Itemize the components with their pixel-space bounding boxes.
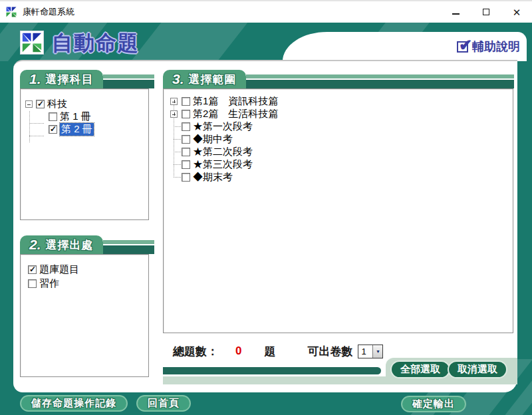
- panel-subject-bar: [103, 70, 154, 88]
- panel-subject-header: 1. 選擇科目: [20, 70, 154, 88]
- panel-source-number: 2.: [29, 237, 41, 253]
- expand-plus-icon[interactable]: [170, 98, 178, 105]
- help-button[interactable]: ✔ 輔助說明: [457, 39, 520, 55]
- maximize-button[interactable]: [471, 1, 501, 23]
- panel-range-tab: 3. 選擇範圍: [163, 70, 246, 88]
- home-label: 回首頁: [148, 397, 180, 410]
- checkbox-exam1[interactable]: [182, 122, 190, 131]
- save-log-label: 儲存命題操作記錄: [31, 397, 116, 410]
- select-all-button[interactable]: 全部選取: [390, 360, 450, 378]
- window-controls: ✕: [440, 1, 532, 23]
- range-item-label[interactable]: 第2篇 生活科技篇: [193, 108, 278, 120]
- deselect-all-label: 取消選取: [458, 363, 497, 376]
- range-row-midterm: ◆期中考: [170, 133, 513, 146]
- panel-range-bar: [246, 70, 514, 88]
- minimize-icon: [452, 13, 460, 15]
- panel-range-header: 3. 選擇範圍: [163, 70, 514, 88]
- range-item-label[interactable]: ★第三次段考: [193, 158, 253, 171]
- maximize-icon: [483, 9, 489, 15]
- tree-row-book1: 第 1 冊: [25, 110, 148, 123]
- panel-source-header: 2. 選擇出處: [20, 235, 154, 254]
- paper-count-label: 可出卷數: [307, 344, 352, 359]
- range-tree: 第1篇 資訊科技篇 第2篇 生活科技篇 ★第一次段考 ◆期中考 ★第二次段考: [163, 88, 513, 333]
- panel-subject-title: 選擇科目: [46, 72, 94, 87]
- chevron-down-icon: ▼: [376, 349, 380, 354]
- header-band: 自動命題 ✔ 輔助說明: [0, 23, 532, 61]
- bottom-divider-bar: [163, 367, 381, 374]
- range-item-label[interactable]: ★第一次段考: [193, 120, 253, 133]
- range-row-chapter1: 第1篇 資訊科技篇: [170, 95, 513, 108]
- panel-range-number: 3.: [172, 71, 184, 87]
- help-checkbox-icon: ✔: [457, 41, 468, 53]
- checkbox-exam2[interactable]: [182, 148, 190, 156]
- source-list: 題庫題目 習作: [20, 254, 149, 377]
- confirm-output-button[interactable]: 確定輸出: [401, 396, 466, 412]
- checkbox-book1[interactable]: [49, 112, 57, 121]
- tree-row-book2: 第 2 冊: [25, 123, 148, 136]
- range-row-chapter2: 第2篇 生活科技篇: [170, 108, 513, 120]
- app-logo: [20, 31, 44, 55]
- expand-minus-icon[interactable]: [25, 100, 33, 108]
- source-row-bank: 題庫題目: [28, 263, 148, 277]
- range-item-label[interactable]: ◆期中考: [193, 133, 233, 146]
- range-row-exam1: ★第一次段考: [170, 120, 513, 133]
- panel-subject-tab: 1. 選擇科目: [20, 70, 103, 88]
- app-logo-icon: [5, 6, 17, 18]
- checkbox-final-exam[interactable]: [182, 173, 190, 182]
- range-item-label[interactable]: ★第二次段考: [193, 146, 253, 158]
- checkbox-chapter1[interactable]: [182, 97, 190, 106]
- paper-count-select[interactable]: 1 ▼: [358, 345, 383, 358]
- close-icon: ✕: [513, 7, 521, 17]
- tree-item-label[interactable]: 第 1 冊: [60, 110, 91, 123]
- minimize-button[interactable]: [440, 1, 471, 23]
- total-questions-label: 總題數：: [173, 344, 218, 359]
- panel-source-bar: [103, 235, 154, 254]
- tree-item-label[interactable]: 科技: [47, 98, 67, 110]
- application-window: 康軒命題系統 ✕ 自動命題 ✔ 輔助說明: [0, 0, 532, 415]
- window-titlebar: 康軒命題系統 ✕: [0, 0, 532, 23]
- total-questions-value: 0: [235, 345, 241, 358]
- confirm-output-label: 確定輸出: [412, 398, 455, 410]
- total-questions-unit: 題: [264, 344, 275, 359]
- page-title: 自動命題: [52, 29, 140, 57]
- expand-plus-icon[interactable]: [170, 110, 178, 118]
- panel-subject-number: 1.: [29, 71, 41, 87]
- checkbox-book2[interactable]: [49, 125, 57, 134]
- subject-tree: 科技 第 1 冊 第 2 冊: [20, 88, 149, 220]
- home-button[interactable]: 回首頁: [136, 395, 191, 412]
- tree-connector: [29, 136, 44, 136]
- range-row-exam2: ★第二次段考: [170, 146, 513, 158]
- source-item-label[interactable]: 習作: [39, 277, 59, 290]
- help-button-label: 輔助說明: [472, 39, 520, 55]
- range-item-label[interactable]: ◆期末考: [193, 171, 233, 184]
- source-row-workbook: 習作: [28, 277, 148, 291]
- close-button[interactable]: ✕: [501, 1, 532, 23]
- check-icon: ✔: [459, 36, 472, 55]
- tree-row-subject-root: 科技: [25, 98, 148, 110]
- checkbox-exam3[interactable]: [182, 160, 190, 169]
- range-row-exam3: ★第三次段考: [170, 158, 513, 171]
- paper-count-value: 1: [358, 345, 372, 358]
- checkbox-subject-root[interactable]: [36, 100, 45, 108]
- stats-row: 總題數： 0 題 可出卷數 1 ▼: [173, 342, 383, 360]
- checkbox-chapter2[interactable]: [182, 110, 190, 118]
- range-row-final: ◆期末考: [170, 171, 513, 184]
- tree-item-label-selected[interactable]: 第 2 冊: [60, 123, 94, 136]
- content-card: 1. 選擇科目 科技 第 1 冊 第 2 冊: [13, 60, 517, 392]
- panel-range-title: 選擇範圍: [189, 72, 237, 87]
- range-item-label[interactable]: 第1篇 資訊科技篇: [193, 95, 278, 108]
- checkbox-midterm[interactable]: [182, 135, 190, 144]
- deselect-all-button[interactable]: 取消選取: [448, 360, 507, 378]
- source-item-label[interactable]: 題庫題目: [39, 263, 79, 276]
- select-all-label: 全部選取: [400, 363, 440, 376]
- save-log-button[interactable]: 儲存命題操作記錄: [20, 395, 128, 412]
- window-title: 康軒命題系統: [23, 6, 74, 18]
- panel-source-title: 選擇出處: [46, 237, 94, 253]
- dropdown-button[interactable]: ▼: [372, 345, 382, 358]
- checkbox-workbook[interactable]: [28, 279, 37, 288]
- checkbox-question-bank[interactable]: [28, 265, 37, 274]
- panel-source-tab: 2. 選擇出處: [20, 235, 103, 254]
